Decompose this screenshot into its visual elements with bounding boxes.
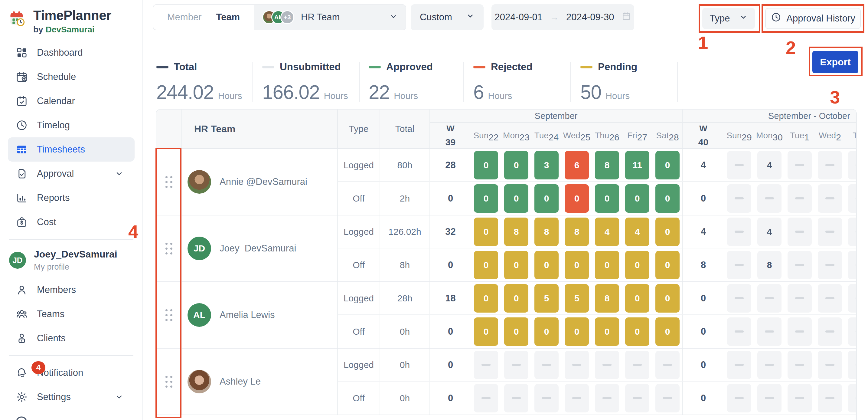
member-cell[interactable]: Ashley Le — [182, 349, 338, 415]
date-range-picker[interactable]: 2024-09-01 → 2024-09-30 — [492, 4, 634, 30]
day-cell[interactable] — [727, 384, 751, 413]
sidebar-item-clients[interactable]: Clients — [8, 326, 134, 351]
sidebar-profile[interactable]: JD Joey_DevSamurai My profile — [0, 244, 143, 276]
day-cell[interactable] — [848, 251, 857, 279]
day-cell[interactable]: 0 — [504, 284, 528, 312]
sidebar-item-settings[interactable]: Settings — [8, 385, 134, 409]
day-cell[interactable] — [848, 384, 857, 413]
type-filter-dropdown[interactable]: Type — [702, 8, 755, 29]
sidebar-item-dashboard[interactable]: Dashboard — [8, 40, 134, 65]
drag-handle[interactable] — [165, 176, 173, 188]
sidebar-item-calendar[interactable]: Calendar — [8, 89, 134, 113]
day-cell[interactable] — [757, 318, 781, 346]
day-cell[interactable]: 0 — [595, 184, 619, 213]
day-cell[interactable] — [787, 284, 812, 312]
date-preset-select[interactable]: Custom — [411, 4, 484, 30]
day-cell[interactable] — [787, 318, 812, 346]
toggle-team[interactable]: Team — [216, 12, 240, 23]
day-cell[interactable] — [787, 351, 812, 379]
day-cell[interactable] — [818, 151, 842, 179]
day-cell[interactable] — [848, 351, 857, 379]
day-cell[interactable] — [625, 384, 649, 413]
day-cell[interactable] — [595, 384, 619, 413]
sidebar-item-cost[interactable]: Cost — [8, 210, 134, 234]
day-cell[interactable]: 0 — [474, 151, 498, 179]
day-cell[interactable] — [818, 217, 842, 246]
day-cell[interactable]: 0 — [474, 251, 498, 279]
sidebar-item-members[interactable]: Members — [8, 278, 134, 302]
member-cell[interactable]: ALAmelia Lewis — [182, 282, 338, 348]
day-cell[interactable] — [818, 184, 842, 213]
day-cell[interactable] — [848, 318, 857, 346]
day-cell[interactable]: 0 — [534, 184, 559, 213]
day-cell[interactable] — [565, 351, 589, 379]
day-cell[interactable]: 0 — [565, 184, 589, 213]
day-cell[interactable]: 0 — [474, 184, 498, 213]
day-cell[interactable] — [818, 251, 842, 279]
day-cell[interactable] — [848, 151, 857, 179]
day-cell[interactable]: 0 — [655, 151, 680, 179]
day-cell[interactable]: 6 — [565, 151, 589, 179]
day-cell[interactable]: 0 — [565, 318, 589, 346]
day-cell[interactable]: 0 — [534, 318, 559, 346]
day-cell[interactable] — [727, 184, 751, 213]
day-cell[interactable]: 0 — [474, 284, 498, 312]
member-cell[interactable]: Annie @DevSamurai — [182, 149, 338, 215]
day-cell[interactable]: 3 — [534, 151, 559, 179]
day-cell[interactable]: 8 — [595, 151, 619, 179]
day-cell[interactable] — [655, 351, 680, 379]
day-cell[interactable]: 0 — [625, 318, 649, 346]
day-cell[interactable]: 8 — [595, 284, 619, 312]
day-cell[interactable] — [787, 151, 812, 179]
day-cell[interactable]: 0 — [504, 251, 528, 279]
sidebar-item-teams[interactable]: Teams — [8, 302, 134, 326]
day-cell[interactable]: 0 — [625, 251, 649, 279]
day-cell[interactable] — [818, 284, 842, 312]
day-cell[interactable] — [787, 251, 812, 279]
drag-handle[interactable] — [165, 309, 173, 321]
day-cell[interactable]: 0 — [625, 184, 649, 213]
day-cell[interactable] — [818, 384, 842, 413]
day-cell[interactable]: 0 — [504, 151, 528, 179]
sidebar-item-schedule[interactable]: Schedule — [8, 65, 134, 89]
day-cell[interactable] — [757, 351, 781, 379]
day-cell[interactable] — [787, 217, 812, 246]
day-cell[interactable] — [534, 351, 559, 379]
day-cell[interactable]: 0 — [625, 284, 649, 312]
day-cell[interactable] — [787, 184, 812, 213]
day-cell[interactable] — [727, 251, 751, 279]
day-cell[interactable]: 4 — [625, 217, 649, 246]
day-cell[interactable] — [504, 351, 528, 379]
day-cell[interactable] — [727, 151, 751, 179]
day-cell[interactable]: 5 — [534, 284, 559, 312]
sidebar-item-timelog[interactable]: Timelog — [8, 113, 134, 138]
day-cell[interactable] — [474, 351, 498, 379]
day-cell[interactable] — [818, 318, 842, 346]
day-cell[interactable]: 4 — [595, 217, 619, 246]
day-cell[interactable]: 0 — [474, 318, 498, 346]
day-cell[interactable]: 0 — [655, 217, 680, 246]
day-cell[interactable] — [787, 384, 812, 413]
day-cell[interactable]: 8 — [534, 217, 559, 246]
day-cell[interactable] — [818, 351, 842, 379]
day-cell[interactable]: 0 — [655, 284, 680, 312]
day-cell[interactable]: 0 — [655, 184, 680, 213]
day-cell[interactable] — [757, 284, 781, 312]
day-cell[interactable]: 0 — [565, 251, 589, 279]
day-cell[interactable] — [848, 284, 857, 312]
day-cell[interactable] — [565, 384, 589, 413]
day-cell[interactable] — [727, 284, 751, 312]
sidebar-item-timesheets[interactable]: Timesheets — [8, 138, 134, 161]
day-cell[interactable] — [848, 184, 857, 213]
day-cell[interactable]: 4 — [757, 151, 781, 179]
day-cell[interactable] — [727, 318, 751, 346]
day-cell[interactable] — [595, 351, 619, 379]
day-cell[interactable]: 8 — [757, 251, 781, 279]
day-cell[interactable]: 4 — [757, 217, 781, 246]
sidebar-item-reports[interactable]: Reports — [8, 186, 134, 210]
drag-handle[interactable] — [165, 243, 173, 254]
day-cell[interactable] — [534, 384, 559, 413]
day-cell[interactable]: 0 — [655, 251, 680, 279]
drag-handle[interactable] — [165, 376, 173, 388]
day-cell[interactable] — [504, 384, 528, 413]
